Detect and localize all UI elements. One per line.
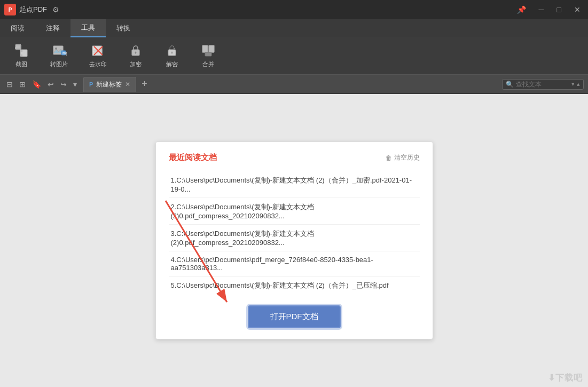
bookmark-icon[interactable]: 🔖	[30, 79, 43, 90]
screenshot-icon	[14, 43, 29, 58]
svg-rect-0	[15, 45, 21, 49]
bottom-logo: ⬇下载吧	[548, 372, 583, 384]
merge-icon	[201, 43, 216, 58]
recent-item[interactable]: 3.C:\Users\pc\Documents\(复制)-新建文本文档 (2)0…	[169, 225, 420, 251]
trash-icon: 🗑	[386, 154, 392, 162]
menu-convert[interactable]: 转换	[106, 19, 141, 37]
svg-rect-24	[205, 52, 211, 56]
clear-history-label: 清空历史	[394, 153, 420, 162]
tool-encrypt[interactable]: 加密	[123, 40, 148, 72]
redo-icon[interactable]: ↪	[58, 79, 69, 90]
menu-annotate[interactable]: 注释	[35, 19, 70, 37]
svg-text:img: img	[62, 51, 67, 56]
search-icon: 🔍	[506, 81, 514, 88]
app-logo: P	[4, 4, 16, 15]
recent-list: 1.C:\Users\pc\Documents\(复制)-新建文本文档 (2)（…	[169, 171, 420, 295]
dropdown-arrow-icon[interactable]: ▾	[71, 79, 79, 90]
main-content: 最近阅读文档 🗑 清空历史 1.C:\Users\pc\Documents\(复…	[0, 94, 588, 387]
tab-label: 新建标签	[96, 80, 122, 89]
search-down-icon[interactable]: ▾	[571, 81, 575, 88]
tab-new[interactable]: P 新建标签 ✕	[83, 77, 136, 92]
clear-history-button[interactable]: 🗑 清空历史	[386, 153, 420, 162]
pin-icon[interactable]: 📌	[514, 4, 529, 15]
search-up-icon[interactable]: ▴	[577, 81, 580, 88]
recent-item[interactable]: 4.C:\Users\pc\Documents\pdf_merge_726f84…	[169, 251, 420, 277]
svg-rect-23	[209, 45, 214, 52]
search-box: 🔍 ▾ ▴	[502, 79, 584, 90]
decrypt-label: 解密	[166, 60, 178, 68]
menu-bar: 阅读 注释 工具 转换	[0, 19, 588, 37]
undo-icon[interactable]: ↩	[45, 79, 56, 90]
recent-item[interactable]: 5.C:\Users\pc\Documents\(复制)-新建文本文档 (2)（…	[169, 277, 420, 295]
to-image-icon: img	[52, 43, 67, 58]
tab-p-icon: P	[89, 81, 93, 88]
merge-label: 合并	[202, 60, 214, 68]
tab-bar: ⊟ ⊞ 🔖 ↩ ↪ ▾ P 新建标签 ✕ + 🔍 ▾ ▴	[0, 75, 588, 94]
title-bar-right: 📌 ─ □ ✕	[514, 4, 584, 15]
tab-add-icon[interactable]: +	[138, 78, 151, 90]
open-pdf-button[interactable]: 打开PDF文档	[248, 305, 341, 328]
remove-watermark-icon: 水印	[91, 43, 106, 58]
recent-header: 最近阅读文档 🗑 清空历史	[169, 153, 420, 163]
title-bar-left: P 起点PDF ⚙	[4, 4, 59, 15]
tool-to-image[interactable]: img 转图片	[45, 40, 73, 72]
maximize-button[interactable]: □	[554, 4, 565, 15]
tool-screenshot[interactable]: 截图	[9, 40, 34, 72]
recent-panel: 最近阅读文档 🗑 清空历史 1.C:\Users\pc\Documents\(复…	[155, 141, 433, 339]
svg-rect-5	[20, 50, 27, 57]
svg-point-9	[55, 48, 57, 50]
logo-text: ⬇下载吧	[548, 373, 583, 382]
tool-decrypt[interactable]: 解密	[159, 40, 185, 72]
toolbar: 截图 img 转图片 水印 去水印	[0, 37, 588, 75]
to-image-label: 转图片	[50, 60, 68, 68]
open-btn-wrapper: 打开PDF文档	[169, 305, 420, 328]
menu-read[interactable]: 阅读	[0, 19, 35, 37]
recent-item[interactable]: 1.C:\Users\pc\Documents\(复制)-新建文本文档 (2)（…	[169, 171, 420, 198]
remove-watermark-label: 去水印	[89, 60, 107, 68]
screenshot-label: 截图	[15, 60, 27, 68]
encrypt-icon	[128, 43, 143, 58]
sidebar-toggle-icon[interactable]: ⊟	[4, 79, 15, 90]
recent-item[interactable]: 2.C:\Users\pc\Documents\(复制)-新建文本文档 (2)0…	[169, 198, 420, 225]
tool-merge[interactable]: 合并	[195, 40, 221, 72]
title-bar: P 起点PDF ⚙ 📌 ─ □ ✕	[0, 0, 588, 19]
thumbnail-icon[interactable]: ⊞	[17, 79, 28, 90]
tab-controls: ⊟ ⊞ 🔖 ↩ ↪ ▾	[4, 79, 79, 90]
decrypt-icon	[164, 43, 179, 58]
close-button[interactable]: ✕	[571, 4, 584, 15]
app-name: 起点PDF	[19, 5, 47, 14]
encrypt-label: 加密	[130, 60, 142, 68]
menu-tools[interactable]: 工具	[70, 19, 106, 37]
tab-close-icon[interactable]: ✕	[125, 81, 130, 88]
recent-title: 最近阅读文档	[169, 153, 217, 163]
svg-rect-22	[202, 45, 208, 52]
tool-remove-watermark[interactable]: 水印 去水印	[84, 40, 112, 72]
search-input[interactable]	[516, 81, 569, 88]
settings-icon[interactable]: ⚙	[52, 5, 59, 14]
minimize-button[interactable]: ─	[536, 4, 547, 15]
